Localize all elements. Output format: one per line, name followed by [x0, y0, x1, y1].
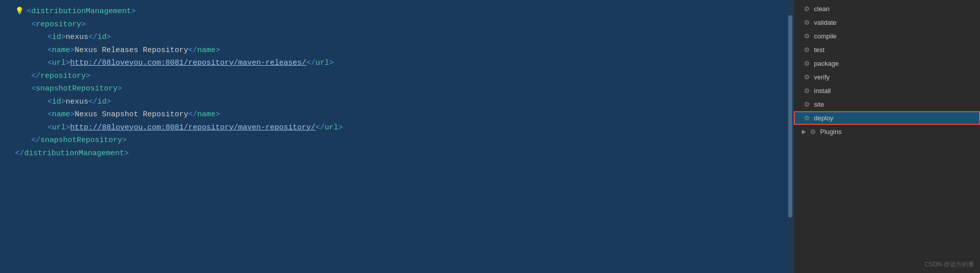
- editor-scrollbar[interactable]: [787, 0, 793, 273]
- code-token: name: [52, 108, 70, 121]
- code-token: >: [215, 108, 220, 121]
- code-token: >: [66, 57, 70, 70]
- lifecycle-item-label: validate: [814, 19, 837, 26]
- code-token: </: [315, 121, 324, 134]
- lifecycle-item-label: clean: [814, 5, 830, 13]
- code-token: id: [97, 96, 106, 109]
- lifecycle-item-site[interactable]: ⚙site: [794, 98, 980, 111]
- code-token: </: [188, 108, 197, 121]
- gear-icon: ⚙: [804, 60, 810, 67]
- code-token: </: [188, 44, 197, 57]
- scrollbar-thumb[interactable]: [788, 15, 792, 217]
- code-token: <: [47, 108, 52, 121]
- code-line: <url>http://88loveyou.com:8081/repositor…: [15, 57, 783, 70]
- lifecycle-item-label: package: [814, 60, 839, 67]
- code-token: http://88loveyou.com:8081/repository/mav…: [70, 57, 306, 70]
- gear-icon: ⚙: [804, 87, 810, 95]
- code-line: <name>Nexus Snapshot Repository</name>: [15, 108, 783, 121]
- lifecycle-item-verify[interactable]: ⚙verify: [794, 70, 980, 84]
- plugins-label: Plugins: [820, 128, 842, 135]
- code-token: Nexus Snapshot Repository: [75, 108, 188, 121]
- code-token: repository: [36, 18, 81, 31]
- code-token: >: [81, 18, 86, 31]
- code-token: nexus: [66, 96, 88, 109]
- editor-area: 💡<distributionManagement><repository><id…: [0, 0, 793, 273]
- lifecycle-item-clean[interactable]: ⚙clean: [794, 2, 980, 16]
- lifecycle-item-compile[interactable]: ⚙compile: [794, 29, 980, 43]
- lifecycle-item-label: deploy: [814, 114, 833, 122]
- code-token: </: [31, 70, 40, 83]
- gear-icon: ⚙: [804, 32, 810, 40]
- lifecycle-item-label: verify: [814, 73, 830, 81]
- gear-icon: ⚙: [804, 73, 810, 81]
- code-token: >: [61, 31, 66, 44]
- code-token: >: [215, 44, 220, 57]
- code-token: </: [15, 147, 24, 160]
- lifecycle-item-label: test: [814, 46, 825, 54]
- code-line: </distributionManagement>: [15, 147, 783, 160]
- code-token: snapshotRepository: [40, 134, 122, 147]
- code-line: </repository>: [15, 70, 783, 83]
- code-token: name: [52, 44, 70, 57]
- code-token: url: [315, 57, 329, 70]
- code-token: <: [47, 96, 52, 109]
- lightbulb-icon[interactable]: 💡: [15, 6, 24, 18]
- code-token: >: [338, 121, 343, 134]
- code-token: <: [31, 82, 36, 96]
- code-token: >: [66, 121, 70, 134]
- code-line: <id>nexus</id>: [15, 31, 783, 44]
- watermark: CSDN @远方的雁: [924, 260, 974, 269]
- code-token: <: [31, 18, 36, 31]
- code-token: id: [52, 96, 61, 109]
- code-content: 💡<distributionManagement><repository><id…: [0, 0, 793, 273]
- code-token: >: [106, 96, 111, 109]
- code-token: Nexus Releases Repository: [75, 44, 188, 57]
- gear-icon: ⚙: [804, 101, 810, 108]
- code-line: </snapshotRepository>: [15, 134, 783, 147]
- code-token: >: [70, 44, 75, 57]
- lifecycle-item-package[interactable]: ⚙package: [794, 57, 980, 70]
- code-token: snapshotRepository: [36, 82, 118, 96]
- code-token: >: [122, 134, 127, 147]
- maven-lifecycle-list: ⚙clean⚙validate⚙compile⚙test⚙package⚙ver…: [794, 0, 980, 273]
- plugins-gear-icon: ⚙: [810, 128, 816, 135]
- code-token: <: [47, 31, 52, 44]
- code-line: <id>nexus</id>: [15, 96, 783, 109]
- plugins-section[interactable]: ▶⚙Plugins: [794, 125, 980, 139]
- code-token: >: [61, 96, 66, 109]
- code-token: url: [52, 57, 66, 70]
- gear-icon: ⚙: [804, 114, 810, 122]
- lifecycle-item-label: site: [814, 101, 824, 108]
- lifecycle-item-test[interactable]: ⚙test: [794, 43, 980, 57]
- code-token: <: [47, 44, 52, 57]
- code-token: url: [52, 121, 66, 134]
- lifecycle-item-deploy[interactable]: ⚙deploy: [794, 111, 980, 125]
- gear-icon: ⚙: [804, 5, 810, 13]
- chevron-right-icon: ▶: [802, 128, 806, 135]
- code-line: <name>Nexus Releases Repository</name>: [15, 44, 783, 57]
- code-token: >: [124, 147, 129, 160]
- lifecycle-item-install[interactable]: ⚙install: [794, 84, 980, 98]
- gear-icon: ⚙: [804, 19, 810, 26]
- code-token: >: [118, 82, 122, 96]
- code-token: </: [88, 31, 97, 44]
- lifecycle-item-validate[interactable]: ⚙validate: [794, 16, 980, 29]
- code-token: >: [106, 31, 111, 44]
- code-token: <: [47, 121, 52, 134]
- code-token: name: [197, 44, 215, 57]
- code-token: </: [306, 57, 315, 70]
- code-token: repository: [40, 70, 86, 83]
- code-line: <snapshotRepository>: [15, 82, 783, 96]
- code-token: <: [47, 57, 52, 70]
- code-token: >: [329, 57, 334, 70]
- code-line: 💡<distributionManagement>: [15, 5, 783, 18]
- code-token: </: [31, 134, 40, 147]
- code-token: >: [86, 70, 90, 83]
- code-token: name: [197, 108, 215, 121]
- code-line: <url>http://88loveyou.com:8081/repositor…: [15, 121, 783, 134]
- code-token: >: [131, 5, 136, 18]
- maven-panel: ⚙clean⚙validate⚙compile⚙test⚙package⚙ver…: [793, 0, 980, 273]
- code-token: >: [70, 108, 75, 121]
- code-token: http://88loveyou.com:8081/repository/mav…: [70, 121, 315, 134]
- lifecycle-item-label: install: [814, 87, 831, 95]
